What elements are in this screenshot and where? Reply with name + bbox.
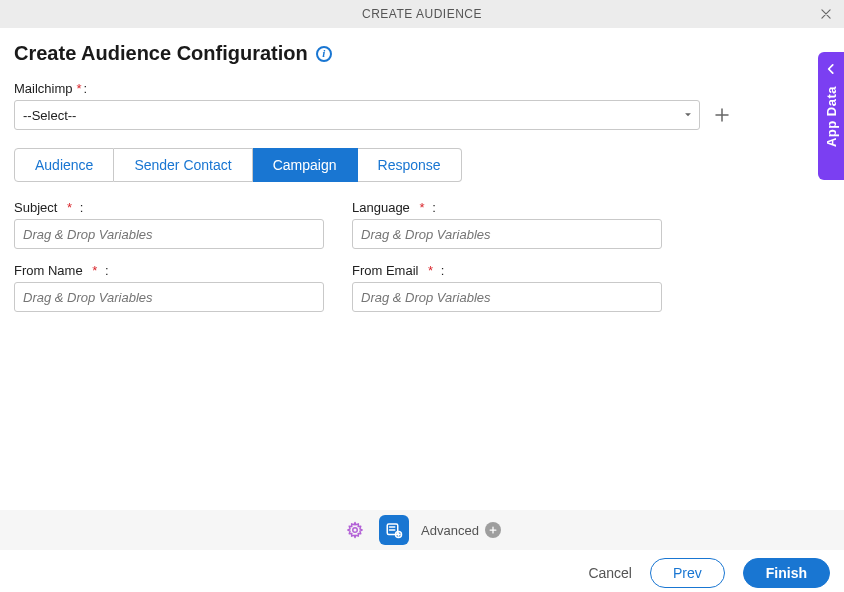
required-mark: *: [67, 200, 72, 215]
chevron-left-icon: [824, 62, 838, 76]
form-plus-icon: [385, 521, 403, 539]
required-mark: *: [428, 263, 433, 278]
side-tab-label: App Data: [824, 86, 839, 147]
gear-icon: [346, 521, 364, 539]
dialog-header: CREATE AUDIENCE: [0, 0, 844, 28]
tab-label: Sender Contact: [134, 157, 231, 173]
mailchimp-label-row: Mailchimp *:: [14, 81, 808, 96]
mailchimp-select-row: --Select--: [14, 100, 808, 130]
mailchimp-select[interactable]: --Select--: [14, 100, 700, 130]
finish-label: Finish: [766, 565, 807, 581]
plus-icon: [713, 106, 731, 124]
from-name-label: From Name: [14, 263, 83, 278]
colon: :: [441, 263, 445, 278]
tab-label: Response: [378, 157, 441, 173]
form-row-2: From Name * : From Email * :: [14, 263, 808, 312]
required-mark: *: [419, 200, 424, 215]
language-input[interactable]: [352, 219, 662, 249]
subject-field: Subject * :: [14, 200, 324, 249]
advanced-label: Advanced: [421, 523, 479, 538]
subject-input[interactable]: [14, 219, 324, 249]
advanced-add-button[interactable]: [485, 522, 501, 538]
page-title: Create Audience Configuration: [14, 42, 308, 65]
close-button[interactable]: [816, 4, 836, 24]
prev-button[interactable]: Prev: [650, 558, 725, 588]
colon: :: [80, 200, 84, 215]
colon: :: [105, 263, 109, 278]
from-email-label: From Email: [352, 263, 418, 278]
bottom-button-row: Cancel Prev Finish: [588, 558, 830, 588]
required-mark: *: [77, 81, 82, 96]
from-email-label-row: From Email * :: [352, 263, 662, 278]
svg-point-0: [353, 528, 358, 533]
settings-button[interactable]: [343, 518, 367, 542]
plus-icon: [488, 525, 498, 535]
mailchimp-select-value: --Select--: [23, 108, 76, 123]
language-label-row: Language * :: [352, 200, 662, 215]
finish-button[interactable]: Finish: [743, 558, 830, 588]
dialog-title: CREATE AUDIENCE: [0, 0, 844, 28]
cancel-label: Cancel: [588, 565, 632, 581]
tab-label: Campaign: [273, 157, 337, 173]
page-title-row: Create Audience Configuration i: [14, 42, 808, 65]
from-name-field: From Name * :: [14, 263, 324, 312]
from-name-label-row: From Name * :: [14, 263, 324, 278]
colon: :: [432, 200, 436, 215]
from-email-input[interactable]: [352, 282, 662, 312]
caret-down-icon: [683, 108, 693, 123]
content-area: Create Audience Configuration i Mailchim…: [14, 42, 808, 312]
tab-label: Audience: [35, 157, 93, 173]
tab-audience[interactable]: Audience: [14, 148, 114, 182]
colon: :: [84, 81, 88, 96]
dialog-root: CREATE AUDIENCE App Data Create Audience…: [0, 0, 844, 592]
prev-label: Prev: [673, 565, 702, 581]
language-label: Language: [352, 200, 410, 215]
add-mailchimp-button[interactable]: [710, 103, 734, 127]
tab-campaign[interactable]: Campaign: [253, 148, 358, 182]
info-icon[interactable]: i: [316, 46, 332, 62]
advanced-group: Advanced: [421, 522, 501, 538]
footer-toolbar: Advanced: [0, 510, 844, 550]
form-builder-button[interactable]: [379, 515, 409, 545]
app-data-side-tab[interactable]: App Data: [818, 52, 844, 180]
subject-label-row: Subject * :: [14, 200, 324, 215]
tab-response[interactable]: Response: [358, 148, 462, 182]
cancel-button[interactable]: Cancel: [588, 565, 632, 581]
tab-bar: Audience Sender Contact Campaign Respons…: [14, 148, 808, 182]
required-mark: *: [92, 263, 97, 278]
mailchimp-label: Mailchimp: [14, 81, 73, 96]
close-icon: [819, 7, 833, 21]
language-field: Language * :: [352, 200, 662, 249]
tab-sender-contact[interactable]: Sender Contact: [114, 148, 252, 182]
form-row-1: Subject * : Language * :: [14, 200, 808, 249]
mailchimp-field: Mailchimp *: --Select--: [14, 81, 808, 130]
from-email-field: From Email * :: [352, 263, 662, 312]
from-name-input[interactable]: [14, 282, 324, 312]
subject-label: Subject: [14, 200, 57, 215]
